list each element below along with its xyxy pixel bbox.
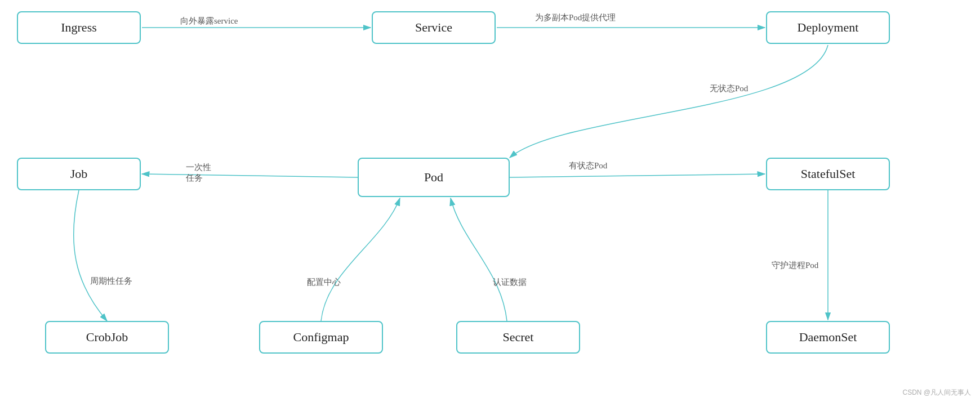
- daemonset-label: DaemonSet: [799, 330, 857, 345]
- label-pod-statefulset: 有状态Pod: [569, 160, 607, 171]
- label-secret-pod: 认证数据: [493, 277, 527, 288]
- configmap-label: Configmap: [293, 330, 349, 345]
- job-node: Job: [17, 158, 141, 190]
- pod-node: Pod: [358, 158, 510, 197]
- crobjob-label: CrobJob: [86, 330, 128, 345]
- label-pod-job: 一次性 任务: [186, 162, 211, 184]
- svg-line-4: [510, 174, 765, 177]
- job-label: Job: [70, 167, 88, 181]
- deployment-node: Deployment: [766, 11, 890, 44]
- watermark: CSDN @凡人间无事人: [902, 388, 971, 397]
- label-configmap-pod: 配置中心: [307, 277, 341, 288]
- pod-label: Pod: [424, 170, 443, 185]
- diagram-container: Ingress Service Deployment Pod Job State…: [0, 0, 980, 402]
- statefulset-label: StatefulSet: [801, 167, 856, 181]
- configmap-node: Configmap: [259, 321, 383, 354]
- crobjob-node: CrobJob: [45, 321, 169, 354]
- secret-label: Secret: [503, 330, 534, 345]
- secret-node: Secret: [456, 321, 580, 354]
- statefulset-node: StatefulSet: [766, 158, 890, 190]
- daemonset-node: DaemonSet: [766, 321, 890, 354]
- service-node: Service: [372, 11, 496, 44]
- label-deployment-pod: 无状态Pod: [710, 83, 748, 94]
- svg-line-5: [142, 174, 358, 177]
- ingress-node: Ingress: [17, 11, 141, 44]
- label-crobjob-pod: 周期性任务: [90, 276, 132, 287]
- label-statefulset-daemonset: 守护进程Pod: [772, 260, 818, 271]
- deployment-label: Deployment: [798, 20, 859, 35]
- ingress-label: Ingress: [61, 20, 97, 35]
- label-service-deployment: 为多副本Pod提供代理: [535, 12, 616, 23]
- service-label: Service: [415, 20, 452, 35]
- label-ingress-service: 向外暴露service: [180, 16, 238, 26]
